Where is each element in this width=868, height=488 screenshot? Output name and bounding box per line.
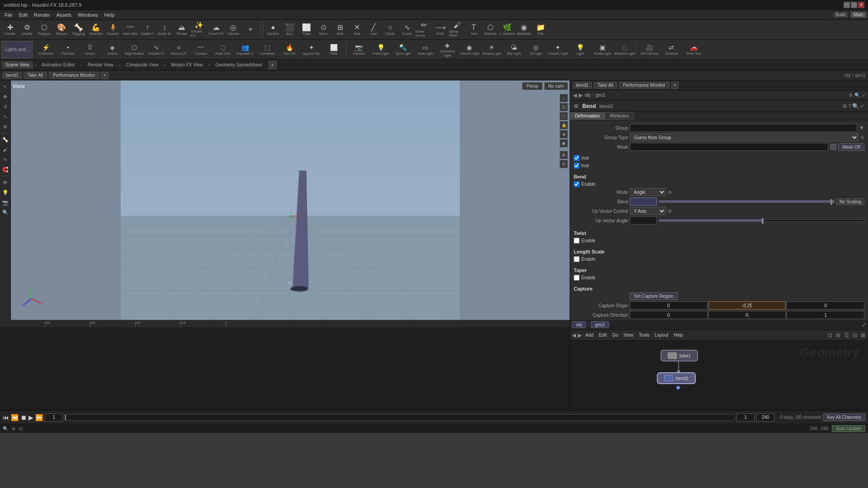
torus-btn[interactable]: ⊙Torus xyxy=(315,21,331,39)
light-btn-simple[interactable]: 💡Light xyxy=(569,41,591,59)
end-frame-input[interactable]: 240 xyxy=(756,413,774,422)
fluid-con-btn[interactable]: ◌Fluid Con. xyxy=(212,41,234,59)
start-frame-input[interactable]: 1 xyxy=(736,413,755,422)
frame-input[interactable]: 1 xyxy=(45,413,63,422)
menu-help[interactable]: Help xyxy=(101,11,117,19)
up-vector-angle-input[interactable]: 0 xyxy=(630,216,657,225)
ne-menu-help[interactable]: Help xyxy=(672,333,685,338)
sky-light-btn[interactable]: 🌤Sky Light xyxy=(503,41,524,59)
rigging-btn[interactable]: 🦴Rigging xyxy=(71,21,87,39)
portal-light-btn[interactable]: ▣Portal Light xyxy=(591,41,613,59)
snap-tool[interactable]: 🧲 xyxy=(1,165,10,174)
group-input[interactable] xyxy=(630,124,857,132)
right-panel-plus[interactable]: + xyxy=(671,82,679,89)
path-btn[interactable]: ⟶Path xyxy=(432,21,448,39)
play-btn[interactable]: ▶ xyxy=(28,414,33,421)
volume-btn[interactable]: ◎Volume xyxy=(225,21,241,39)
length-scale-enable-check[interactable] xyxy=(574,256,580,262)
stop-btn[interactable]: ⏹ xyxy=(20,414,27,421)
handle-tool[interactable]: ⊕ xyxy=(1,122,10,131)
taper-enable-check[interactable] xyxy=(574,275,580,281)
caustic-light-btn[interactable]: ✦Caustic Light xyxy=(547,41,569,59)
charact-btn[interactable]: 🧍Charact. xyxy=(105,21,121,39)
texture-btn[interactable]: 🎨Texture xyxy=(53,21,70,39)
twist-enable-check[interactable] xyxy=(574,238,580,244)
capture-dir-x[interactable] xyxy=(630,311,708,319)
bend-slider[interactable] xyxy=(659,200,835,203)
bend1-node[interactable]: bend1 xyxy=(657,372,696,384)
mask-input[interactable] xyxy=(630,143,828,151)
vr-camera-btn[interactable]: 🎥VR Camera xyxy=(638,41,660,59)
capture-origin-y[interactable] xyxy=(708,301,786,310)
ne-icon3[interactable]: ☰ xyxy=(843,332,850,338)
capture-dir-z[interactable] xyxy=(787,311,864,319)
add-panel-btn[interactable]: + xyxy=(269,61,277,69)
limit-deform-check[interactable] xyxy=(574,163,580,169)
spot-light-btn[interactable]: 🔦Spot Light xyxy=(392,41,414,59)
bend-input[interactable]: 1280 xyxy=(630,197,657,206)
menu-render[interactable]: Render xyxy=(31,11,53,19)
geo1-nav[interactable]: geo1 xyxy=(595,93,605,98)
panel-opts-btn[interactable]: ⚙ xyxy=(849,93,853,98)
pose-tool[interactable]: 🦴 xyxy=(1,135,10,144)
panel-search-btn[interactable]: 🔍 xyxy=(854,93,860,98)
tab-attributes[interactable]: Attributes xyxy=(604,112,633,120)
volume-light-btn[interactable]: ◉Volume Light xyxy=(458,41,480,59)
populate-c-btn[interactable]: 👥Populate C. xyxy=(234,41,256,59)
gi-light-btn[interactable]: ◎GI Light xyxy=(525,41,547,59)
rotate-tool[interactable]: ↺ xyxy=(1,102,10,111)
platonic-btn[interactable]: ⬡Platonic xyxy=(482,21,499,39)
ne-icon2[interactable]: ⊞ xyxy=(835,332,841,338)
select-tool[interactable]: ↖ xyxy=(1,82,10,91)
vellum-btn[interactable]: ◈Vellum xyxy=(101,41,123,59)
right-panel-perf[interactable]: Performance Monitor xyxy=(619,82,669,89)
nav-fwd-btn[interactable]: ▶ xyxy=(579,92,583,99)
right-panel-take-all[interactable]: Take All xyxy=(594,82,617,89)
ne-fwd-btn[interactable]: ▶ xyxy=(578,332,582,338)
grid-btn[interactable]: ⊞Grid xyxy=(332,21,348,39)
capture-dir-y[interactable] xyxy=(708,311,786,319)
ne-icon5[interactable]: ⊠ xyxy=(860,332,866,338)
guide-b-btn[interactable]: ↕Guide B. xyxy=(156,21,173,39)
particles-btn[interactable]: •Particles xyxy=(57,41,79,59)
snap-toggle-btn[interactable]: ⊞ xyxy=(560,151,568,159)
ne-icon1[interactable]: ⊡ xyxy=(827,332,833,338)
light-view-tool[interactable]: 💡 xyxy=(1,188,10,197)
particle-fl-btn[interactable]: ∿Particle Fl. xyxy=(146,41,167,59)
ne-icon4[interactable]: ⊟ xyxy=(852,332,858,338)
ne-menu-edit[interactable]: Edit xyxy=(597,333,609,338)
null-btn[interactable]: ✕Null xyxy=(349,21,365,39)
up-vector-angle-slider[interactable] xyxy=(659,219,864,222)
paint-tool[interactable]: 🖌 xyxy=(1,145,10,154)
polygon-btn[interactable]: ⬡Polygon xyxy=(36,21,52,39)
panel-expand-btn[interactable]: ⤢ xyxy=(862,93,865,98)
props-search-btn[interactable]: 🔍 xyxy=(852,103,859,109)
set-capture-region-btn[interactable]: Set Capture Region xyxy=(630,292,678,300)
ne-menu-add[interactable]: Add xyxy=(584,333,595,338)
maximize-btn[interactable]: □ xyxy=(851,2,857,8)
metaball-btn[interactable]: ◉Metaball xyxy=(516,21,532,39)
cloud-fx-btn[interactable]: ☁Cloud FX xyxy=(208,21,224,39)
zoom-view-tool[interactable]: 🔍 xyxy=(1,208,10,217)
props-expand-btn[interactable]: ⤢ xyxy=(860,103,864,109)
collisions-btn[interactable]: ⚡Collisions xyxy=(35,41,57,59)
cam-btn[interactable]: No cam xyxy=(544,82,568,90)
ne-menu-tools[interactable]: Tools xyxy=(637,333,651,338)
right-panel-bend1[interactable]: bend1 xyxy=(573,82,592,89)
guide-p-btn[interactable]: ↑Guide P. xyxy=(139,21,156,39)
switcher-btn[interactable]: ⇄Switcher xyxy=(660,41,682,59)
tab-animation-editor[interactable]: Animation Editor xyxy=(38,61,79,69)
enable-deform-check[interactable] xyxy=(574,155,580,161)
tab-render-view[interactable]: Render View xyxy=(84,61,117,69)
camera-btn[interactable]: 📷Camera xyxy=(348,41,369,59)
line-btn[interactable]: ╱Line xyxy=(365,21,382,39)
geometry-light-btn[interactable]: ◈Geometry Light xyxy=(436,41,458,59)
status-icon1[interactable]: 🔍 xyxy=(3,426,8,431)
edit-tool[interactable]: ✎ xyxy=(1,155,10,164)
file-btn[interactable]: 📁File xyxy=(533,21,549,39)
distant-light-btn[interactable]: ☀Distant Light xyxy=(481,41,502,59)
transform-tool[interactable]: ✥ xyxy=(1,92,10,101)
obj-nav-tab[interactable]: obj xyxy=(572,321,586,328)
simple-fx-btn[interactable]: ✨Simple FX xyxy=(191,21,207,39)
take-all-btn[interactable]: Take All xyxy=(24,72,47,79)
